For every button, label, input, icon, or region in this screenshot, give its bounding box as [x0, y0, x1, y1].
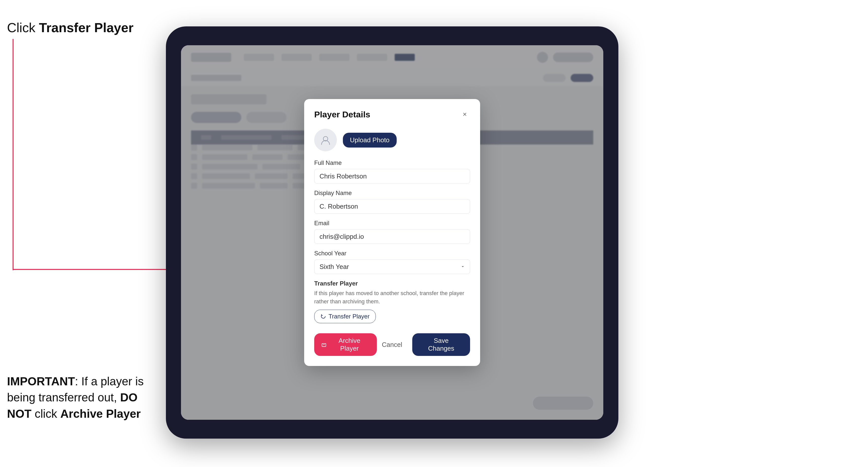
click-bold: Transfer Player	[39, 20, 133, 35]
display-name-group: Display Name	[314, 189, 470, 214]
important-text-4: click	[31, 407, 60, 420]
school-year-label: School Year	[314, 250, 470, 257]
archive-icon	[321, 342, 327, 347]
tablet-screen: Player Details × Upload Photo	[181, 45, 603, 420]
player-details-modal: Player Details × Upload Photo	[304, 99, 480, 366]
modal-close-button[interactable]: ×	[460, 109, 470, 120]
svg-rect-1	[322, 344, 326, 347]
player-avatar	[314, 129, 337, 151]
transfer-player-section: Transfer Player If this player has moved…	[314, 280, 470, 323]
archive-label: Archive Player	[60, 407, 141, 420]
email-group: Email	[314, 220, 470, 244]
modal-footer: Archive Player Cancel Save Changes	[314, 331, 470, 356]
modal-header: Player Details ×	[314, 109, 470, 120]
archive-player-button[interactable]: Archive Player	[314, 333, 377, 356]
school-year-group: School Year Sixth Year	[314, 250, 470, 274]
annotation-vertical-line	[12, 39, 13, 270]
important-label: IMPORTANT	[7, 375, 75, 388]
save-changes-button[interactable]: Save Changes	[412, 333, 470, 356]
transfer-section-description: If this player has moved to another scho…	[314, 289, 470, 306]
display-name-input[interactable]	[314, 199, 470, 214]
transfer-section-title: Transfer Player	[314, 280, 470, 287]
modal-title: Player Details	[314, 110, 370, 119]
transfer-player-button[interactable]: Transfer Player	[314, 310, 376, 323]
click-label: Click	[7, 20, 39, 35]
annotation-arrow	[13, 269, 172, 270]
tablet-device: Player Details × Upload Photo	[166, 26, 618, 439]
transfer-player-label: Transfer Player	[329, 313, 370, 320]
close-icon: ×	[463, 110, 467, 118]
email-label: Email	[314, 220, 470, 227]
upload-photo-button[interactable]: Upload Photo	[343, 133, 397, 148]
archive-player-label: Archive Player	[329, 337, 370, 352]
display-name-label: Display Name	[314, 189, 470, 196]
footer-right: Cancel Save Changes	[377, 333, 470, 356]
click-instruction: Click Transfer Player	[7, 20, 133, 35]
avatar-section: Upload Photo	[314, 129, 470, 151]
full-name-group: Full Name	[314, 159, 470, 184]
school-year-select[interactable]: Sixth Year	[314, 259, 470, 274]
bottom-instruction: IMPORTANT: If a player is being transfer…	[7, 373, 153, 422]
modal-overlay: Player Details × Upload Photo	[181, 45, 603, 420]
transfer-icon	[320, 314, 326, 319]
email-input[interactable]	[314, 229, 470, 244]
full-name-input[interactable]	[314, 169, 470, 184]
cancel-button[interactable]: Cancel	[377, 337, 407, 352]
full-name-label: Full Name	[314, 159, 470, 166]
